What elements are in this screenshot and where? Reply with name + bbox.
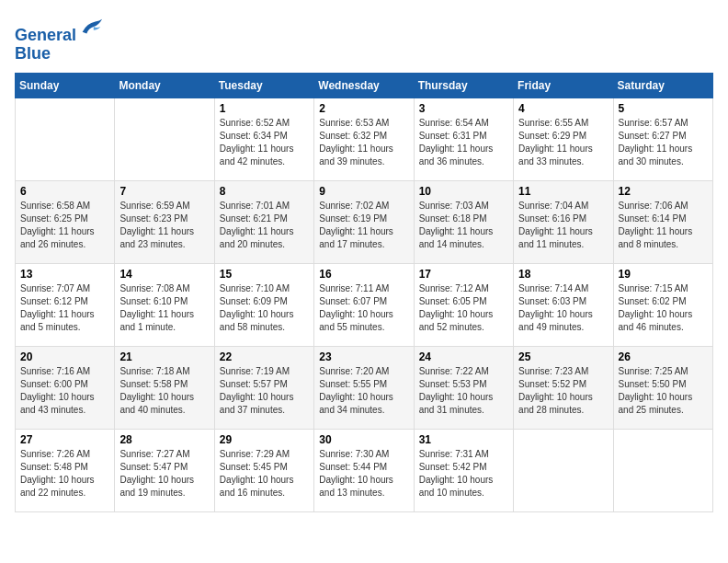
calendar-cell: 29Sunrise: 7:29 AM Sunset: 5:45 PM Dayli…: [214, 429, 313, 511]
day-number: 2: [319, 102, 408, 115]
day-info: Sunrise: 7:12 AM Sunset: 6:05 PM Dayligh…: [419, 282, 508, 334]
calendar-cell: [115, 98, 214, 180]
calendar-cell: 25Sunrise: 7:23 AM Sunset: 5:52 PM Dayli…: [514, 346, 613, 429]
calendar-cell: [613, 429, 712, 511]
calendar-cell: 23Sunrise: 7:20 AM Sunset: 5:55 PM Dayli…: [314, 346, 414, 429]
day-number: 23: [319, 350, 408, 363]
logo: General Blue: [15, 15, 104, 63]
day-number: 11: [518, 185, 608, 198]
weekday-header-saturday: Saturday: [613, 73, 712, 98]
day-info: Sunrise: 7:25 AM Sunset: 5:50 PM Dayligh…: [619, 365, 708, 417]
calendar-cell: 26Sunrise: 7:25 AM Sunset: 5:50 PM Dayli…: [613, 346, 712, 429]
day-info: Sunrise: 7:22 AM Sunset: 5:53 PM Dayligh…: [419, 365, 508, 417]
calendar-cell: 19Sunrise: 7:15 AM Sunset: 6:02 PM Dayli…: [613, 263, 712, 346]
day-info: Sunrise: 7:30 AM Sunset: 5:44 PM Dayligh…: [319, 448, 408, 500]
day-number: 6: [20, 185, 109, 198]
calendar-cell: 11Sunrise: 7:04 AM Sunset: 6:16 PM Dayli…: [514, 180, 613, 263]
day-number: 21: [119, 350, 209, 363]
day-info: Sunrise: 7:11 AM Sunset: 6:07 PM Dayligh…: [319, 282, 408, 334]
day-number: 28: [119, 433, 209, 446]
calendar-table: SundayMondayTuesdayWednesdayThursdayFrid…: [15, 73, 713, 512]
day-info: Sunrise: 7:08 AM Sunset: 6:10 PM Dayligh…: [119, 282, 209, 334]
day-number: 10: [419, 185, 508, 198]
calendar-cell: 22Sunrise: 7:19 AM Sunset: 5:57 PM Dayli…: [214, 346, 313, 429]
calendar-cell: 31Sunrise: 7:31 AM Sunset: 5:42 PM Dayli…: [414, 429, 513, 511]
logo-text: General Blue: [15, 15, 104, 63]
calendar-cell: 28Sunrise: 7:27 AM Sunset: 5:47 PM Dayli…: [115, 429, 214, 511]
day-number: 1: [220, 102, 309, 115]
calendar-cell: 30Sunrise: 7:30 AM Sunset: 5:44 PM Dayli…: [314, 429, 414, 511]
calendar-week-row: 20Sunrise: 7:16 AM Sunset: 6:00 PM Dayli…: [16, 346, 713, 429]
day-info: Sunrise: 7:20 AM Sunset: 5:55 PM Dayligh…: [319, 365, 408, 417]
weekday-header-wednesday: Wednesday: [314, 73, 414, 98]
calendar-cell: 16Sunrise: 7:11 AM Sunset: 6:07 PM Dayli…: [314, 263, 414, 346]
day-info: Sunrise: 7:06 AM Sunset: 6:14 PM Dayligh…: [619, 200, 708, 251]
calendar-cell: 21Sunrise: 7:18 AM Sunset: 5:58 PM Dayli…: [115, 346, 214, 429]
calendar-cell: 6Sunrise: 6:58 AM Sunset: 6:25 PM Daylig…: [16, 180, 115, 263]
weekday-header-monday: Monday: [115, 73, 214, 98]
day-number: 30: [319, 433, 408, 446]
calendar-cell: [16, 98, 115, 180]
day-number: 4: [518, 102, 608, 115]
calendar-cell: 5Sunrise: 6:57 AM Sunset: 6:27 PM Daylig…: [613, 98, 712, 180]
calendar-cell: 8Sunrise: 7:01 AM Sunset: 6:21 PM Daylig…: [214, 180, 313, 263]
day-number: 8: [220, 185, 309, 198]
calendar-week-row: 13Sunrise: 7:07 AM Sunset: 6:12 PM Dayli…: [16, 263, 713, 346]
calendar-week-row: 6Sunrise: 6:58 AM Sunset: 6:25 PM Daylig…: [16, 180, 713, 263]
day-number: 18: [518, 268, 608, 281]
day-info: Sunrise: 7:19 AM Sunset: 5:57 PM Dayligh…: [220, 365, 309, 417]
day-info: Sunrise: 7:04 AM Sunset: 6:16 PM Dayligh…: [518, 200, 608, 251]
day-number: 9: [319, 185, 408, 198]
day-number: 29: [220, 433, 309, 446]
calendar-cell: 4Sunrise: 6:55 AM Sunset: 6:29 PM Daylig…: [514, 98, 613, 180]
calendar-cell: 17Sunrise: 7:12 AM Sunset: 6:05 PM Dayli…: [414, 263, 513, 346]
day-number: 27: [20, 433, 109, 446]
day-info: Sunrise: 6:55 AM Sunset: 6:29 PM Dayligh…: [518, 117, 608, 168]
logo-bird-icon: [78, 15, 104, 40]
day-info: Sunrise: 7:02 AM Sunset: 6:19 PM Dayligh…: [319, 200, 408, 251]
day-number: 20: [20, 350, 109, 363]
day-info: Sunrise: 7:26 AM Sunset: 5:48 PM Dayligh…: [20, 448, 109, 500]
day-number: 25: [518, 350, 608, 363]
calendar-cell: 24Sunrise: 7:22 AM Sunset: 5:53 PM Dayli…: [414, 346, 513, 429]
calendar-week-row: 27Sunrise: 7:26 AM Sunset: 5:48 PM Dayli…: [16, 429, 713, 511]
day-info: Sunrise: 6:59 AM Sunset: 6:23 PM Dayligh…: [119, 200, 209, 251]
calendar-cell: 13Sunrise: 7:07 AM Sunset: 6:12 PM Dayli…: [16, 263, 115, 346]
day-number: 22: [220, 350, 309, 363]
day-number: 19: [619, 268, 708, 281]
day-info: Sunrise: 7:29 AM Sunset: 5:45 PM Dayligh…: [220, 448, 309, 500]
day-info: Sunrise: 7:10 AM Sunset: 6:09 PM Dayligh…: [220, 282, 309, 334]
calendar-cell: 3Sunrise: 6:54 AM Sunset: 6:31 PM Daylig…: [414, 98, 513, 180]
day-number: 14: [119, 268, 209, 281]
day-info: Sunrise: 7:27 AM Sunset: 5:47 PM Dayligh…: [119, 448, 209, 500]
weekday-header-friday: Friday: [514, 73, 613, 98]
day-number: 16: [319, 268, 408, 281]
day-number: 17: [419, 268, 508, 281]
calendar-cell: [514, 429, 613, 511]
day-info: Sunrise: 7:15 AM Sunset: 6:02 PM Dayligh…: [619, 282, 708, 334]
calendar-cell: 15Sunrise: 7:10 AM Sunset: 6:09 PM Dayli…: [214, 263, 313, 346]
day-info: Sunrise: 7:14 AM Sunset: 6:03 PM Dayligh…: [518, 282, 608, 334]
day-info: Sunrise: 6:53 AM Sunset: 6:32 PM Dayligh…: [319, 117, 408, 168]
calendar-cell: 7Sunrise: 6:59 AM Sunset: 6:23 PM Daylig…: [115, 180, 214, 263]
day-number: 7: [119, 185, 209, 198]
calendar-cell: 14Sunrise: 7:08 AM Sunset: 6:10 PM Dayli…: [115, 263, 214, 346]
day-info: Sunrise: 6:57 AM Sunset: 6:27 PM Dayligh…: [619, 117, 708, 168]
calendar-cell: 9Sunrise: 7:02 AM Sunset: 6:19 PM Daylig…: [314, 180, 414, 263]
calendar-week-row: 1Sunrise: 6:52 AM Sunset: 6:34 PM Daylig…: [16, 98, 713, 180]
day-info: Sunrise: 7:31 AM Sunset: 5:42 PM Dayligh…: [419, 448, 508, 500]
day-info: Sunrise: 7:01 AM Sunset: 6:21 PM Dayligh…: [220, 200, 309, 251]
weekday-header-thursday: Thursday: [414, 73, 513, 98]
day-info: Sunrise: 6:58 AM Sunset: 6:25 PM Dayligh…: [20, 200, 109, 251]
day-number: 12: [619, 185, 708, 198]
day-number: 15: [220, 268, 309, 281]
weekday-header-tuesday: Tuesday: [214, 73, 313, 98]
day-info: Sunrise: 7:23 AM Sunset: 5:52 PM Dayligh…: [518, 365, 608, 417]
calendar-cell: 1Sunrise: 6:52 AM Sunset: 6:34 PM Daylig…: [214, 98, 313, 180]
weekday-header-sunday: Sunday: [16, 73, 115, 98]
day-number: 3: [419, 102, 508, 115]
weekday-header-row: SundayMondayTuesdayWednesdayThursdayFrid…: [16, 73, 713, 98]
calendar-cell: 18Sunrise: 7:14 AM Sunset: 6:03 PM Dayli…: [514, 263, 613, 346]
day-number: 26: [619, 350, 708, 363]
day-info: Sunrise: 7:18 AM Sunset: 5:58 PM Dayligh…: [119, 365, 209, 417]
